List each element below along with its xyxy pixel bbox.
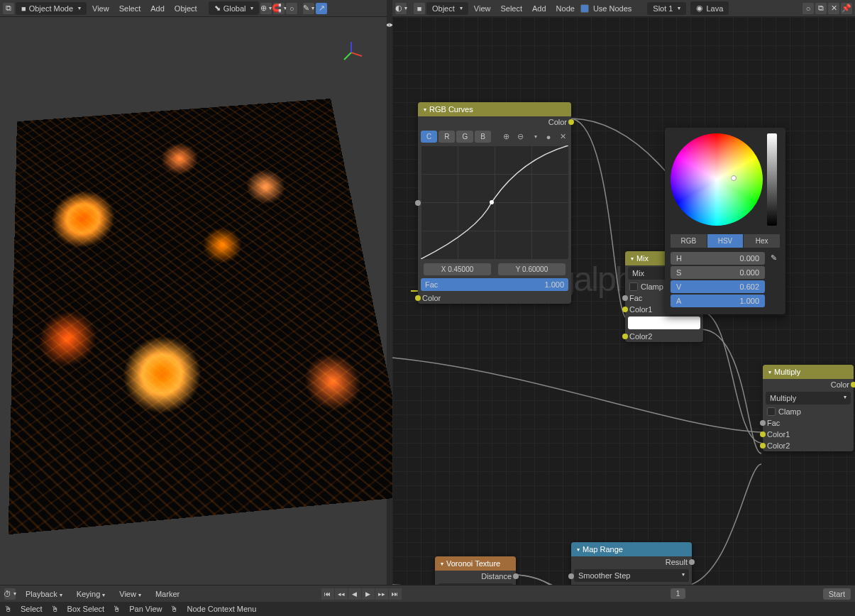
curve-editor[interactable] <box>421 145 568 259</box>
timeline-header: ⏱ Playback Keying View Marker ⏮ ◂◂ ◀ ▶ ▸… <box>0 585 855 602</box>
object-dropdown[interactable]: Object <box>426 2 468 15</box>
cp-s-field[interactable]: S0.000 <box>671 266 765 279</box>
zoom-in-icon[interactable]: ⊕ <box>500 131 512 143</box>
node-header-multiply[interactable]: Multiply <box>763 365 854 379</box>
timeline-type-icon[interactable]: ⏱ <box>4 588 16 600</box>
clip-icon[interactable]: ● <box>543 131 554 143</box>
lava-plane-mesh[interactable] <box>9 99 413 534</box>
status-select: Select <box>21 605 43 613</box>
curve-tab-r[interactable]: R <box>438 131 455 143</box>
timeline-marker[interactable]: Marker <box>151 588 184 600</box>
map-range-interp-dropdown[interactable]: Smoother Step <box>574 569 689 582</box>
pivot-icon[interactable]: ⊕ <box>260 3 272 14</box>
axis-gizmo[interactable] <box>337 38 365 67</box>
cp-h-field[interactable]: H0.000 <box>671 252 765 265</box>
pin-icon[interactable]: 📌 <box>841 3 852 14</box>
value-slider[interactable] <box>767 133 777 226</box>
multiply-fac[interactable]: Fac <box>763 417 854 429</box>
menu-view[interactable]: View <box>88 2 114 15</box>
multiply-mode-dropdown[interactable]: Multiply <box>766 392 851 405</box>
cp-tab-hex[interactable]: Hex <box>744 234 780 248</box>
editor-type-icon[interactable]: ⧉ <box>3 3 14 14</box>
shader-type-icon[interactable]: ◐ <box>395 3 407 14</box>
curve-tab-b[interactable]: B <box>475 131 491 143</box>
copy-material-icon[interactable]: ⧉ <box>815 3 827 14</box>
new-material-icon[interactable]: ○ <box>802 3 814 14</box>
area-splitter[interactable]: ◂▸ <box>387 17 392 599</box>
node-header-map-range[interactable]: Map Range <box>571 542 692 556</box>
fac-field[interactable]: Fac1.000 <box>421 278 568 291</box>
svg-line-0 <box>351 53 362 56</box>
cp-a-field[interactable]: A1.000 <box>671 295 765 307</box>
next-key-icon[interactable]: ▸▸ <box>375 588 388 600</box>
socket-color-in[interactable]: Color <box>418 292 571 304</box>
mouse-middle-icon: 🖱 <box>113 605 121 613</box>
slot-dropdown[interactable]: Slot 1 <box>647 2 686 15</box>
status-box-select: Box Select <box>67 605 105 613</box>
orientation-dropdown[interactable]: ⬊ Global <box>209 1 260 15</box>
status-pan: Pan View <box>129 605 162 613</box>
prop-edit-icon[interactable]: ○ <box>286 3 297 14</box>
node-rgb-curves[interactable]: RGB Curves Color C R G B ⊕ ⊖ ● ✕ X 0.450… <box>418 102 571 304</box>
viewport-header: ⧉ ■Object Mode View Select Add Object ⬊ … <box>0 0 387 17</box>
jump-start-icon[interactable]: ⏮ <box>321 588 334 600</box>
mix-color-swatch[interactable] <box>628 317 700 329</box>
cp-tab-hsv[interactable]: HSV <box>707 234 744 248</box>
mix-color2-socket[interactable]: Color2 <box>625 331 703 342</box>
multiply-color1[interactable]: Color1 <box>763 429 854 440</box>
color-wheel[interactable] <box>671 133 763 226</box>
status-context-menu: Node Context Menu <box>187 605 256 613</box>
curve-x-field[interactable]: X 0.45000 <box>424 263 491 275</box>
node-menu-add[interactable]: Add <box>528 2 551 15</box>
brush-icon[interactable]: ✎ <box>303 3 314 14</box>
node-menu-node[interactable]: Node <box>552 2 579 15</box>
timeline-view[interactable]: View <box>115 588 145 600</box>
socket-color-out[interactable]: Color <box>418 116 571 128</box>
prev-key-icon[interactable]: ◂◂ <box>335 588 348 600</box>
node-multiply[interactable]: Multiply Color Multiply Clamp Fac Color1… <box>763 365 854 451</box>
current-frame-field[interactable]: 1 <box>671 588 686 599</box>
gizmo-icon[interactable]: ↗ <box>316 3 327 14</box>
delete-point-icon[interactable]: ✕ <box>557 131 568 143</box>
jump-end-icon[interactable]: ⏭ <box>389 588 402 600</box>
multiply-clamp[interactable]: Clamp <box>763 406 854 417</box>
node-menu-view[interactable]: View <box>470 2 495 15</box>
curve-y-field[interactable]: Y 0.60000 <box>498 263 566 275</box>
node-header-rgb-curves[interactable]: RGB Curves <box>418 102 571 116</box>
use-nodes-label: Use Nodes <box>593 4 631 13</box>
node-header-voronoi[interactable]: Voronoi Texture <box>435 556 516 571</box>
mouse-left-icon: 🖱 <box>4 605 12 613</box>
curve-tab-c[interactable]: C <box>421 131 437 143</box>
node-editor[interactable]: ...galpha.co... RGB Curves Color C R G B… <box>392 17 855 599</box>
eyedropper-icon[interactable]: ✎ <box>768 251 780 265</box>
tools-dropdown-icon[interactable] <box>529 131 540 143</box>
mouse-drag-icon: 🖱 <box>51 605 59 613</box>
start-frame-field[interactable]: Start <box>823 588 851 600</box>
map-range-result-out[interactable]: Result <box>571 556 692 568</box>
snap-icon[interactable]: 🧲 <box>273 3 285 14</box>
3d-viewport[interactable] <box>0 17 387 599</box>
voronoi-distance-out[interactable]: Distance <box>435 571 516 582</box>
menu-object[interactable]: Object <box>170 2 202 15</box>
node-menu-select[interactable]: Select <box>496 2 526 15</box>
data-icon[interactable]: ■ <box>414 3 425 14</box>
play-fwd-icon[interactable]: ▶ <box>362 588 375 600</box>
timeline-playback[interactable]: Playback <box>21 588 67 600</box>
material-field[interactable]: ◉ Lava <box>690 1 729 15</box>
mouse-right-icon: 🖱 <box>170 605 178 613</box>
menu-add[interactable]: Add <box>146 2 169 15</box>
unlink-icon[interactable]: ✕ <box>828 3 839 14</box>
cp-v-field[interactable]: V0.602 <box>671 280 765 293</box>
mode-dropdown[interactable]: ■Object Mode <box>16 2 87 15</box>
curve-tab-g[interactable]: G <box>456 131 473 143</box>
use-nodes-checkbox[interactable] <box>580 4 589 13</box>
svg-line-1 <box>344 53 351 60</box>
multiply-out[interactable]: Color <box>763 379 854 390</box>
color-picker-popup: RGB HSV Hex H0.000 S0.000 V0.602 A1.000 … <box>665 128 785 314</box>
timeline-keying[interactable]: Keying <box>72 588 110 600</box>
play-rev-icon[interactable]: ◀ <box>348 588 361 600</box>
cp-tab-rgb[interactable]: RGB <box>671 234 707 248</box>
zoom-out-icon[interactable]: ⊖ <box>514 131 526 143</box>
menu-select[interactable]: Select <box>115 2 145 15</box>
multiply-color2[interactable]: Color2 <box>763 440 854 451</box>
